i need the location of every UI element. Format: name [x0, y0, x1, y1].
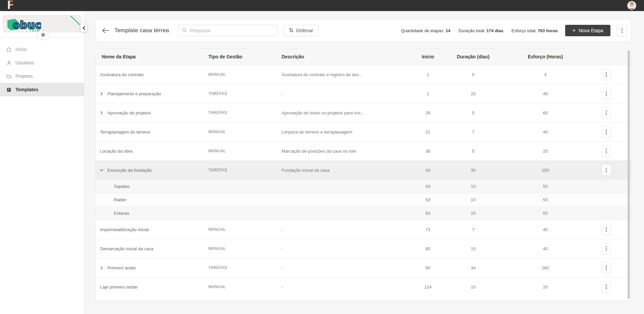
search-input[interactable]: [190, 28, 274, 33]
stage-type-cell: MANUAL: [208, 72, 282, 77]
stage-name-label: Terraplanagem do terreno: [100, 129, 150, 135]
table-row[interactable]: Terraplanagem do terrenoMANUALLimpeza do…: [96, 122, 631, 141]
table-row[interactable]: Demarcação inicial da casaMANUAL-801040: [96, 239, 631, 258]
row-kebab-menu-button[interactable]: [602, 262, 611, 273]
new-stage-button[interactable]: + Nova Etapa: [565, 25, 610, 36]
stage-duration-cell: 30: [445, 168, 502, 173]
stage-name-cell: Planejamento e preparação: [96, 91, 208, 96]
stage-name-label: Assinatura do contrato: [100, 72, 144, 77]
row-kebab-menu-button[interactable]: [602, 107, 611, 118]
row-kebab-menu-button[interactable]: [602, 145, 611, 157]
sort-button[interactable]: Ordenar: [284, 25, 318, 36]
substage-duration-cell: 10: [445, 184, 502, 189]
header-kebab-menu-button[interactable]: [617, 25, 627, 36]
stage-duration-cell: 25: [445, 91, 502, 96]
workspace-switch-button[interactable]: [38, 31, 48, 39]
column-header-start: Início: [411, 54, 445, 59]
table-row[interactable]: Execução da fundaçãoTAREFASFundação inic…: [96, 160, 631, 179]
kebab-dot: [606, 112, 607, 113]
stage-type-cell: MANUAL: [208, 246, 282, 251]
kebab-dot: [606, 231, 607, 232]
stage-description-cell: Marcação de posições da casa no lote: [282, 149, 411, 154]
table-row[interactable]: Planejamento e preparaçãoTAREFAS-12548: [96, 84, 631, 103]
stage-name-cell: Execução da fundação: [96, 168, 208, 173]
main-content: Template casa térrea Ordenar Quantidade …: [84, 11, 644, 314]
stage-start-cell: 1: [411, 91, 445, 96]
app-logo-icon: [7, 0, 15, 11]
expand-chevron-icon[interactable]: [100, 92, 103, 95]
search-box[interactable]: [178, 25, 278, 36]
expand-chevron-icon[interactable]: [100, 111, 103, 114]
stages-table: Nome da Etapa Tipo de Gestão Descrição I…: [95, 48, 631, 301]
table-row[interactable]: Laje primeiro andarMANUAL-1241020: [96, 277, 631, 296]
vertical-scrollbar[interactable]: [628, 50, 630, 299]
table-subrow[interactable]: Sapatas431050: [96, 179, 631, 193]
collapse-chevron-icon[interactable]: [100, 168, 103, 172]
row-kebab-menu-button[interactable]: [602, 281, 611, 293]
stage-duration-cell: 34: [445, 265, 502, 270]
stage-effort-cell: 25: [502, 149, 589, 154]
sort-button-label: Ordenar: [296, 28, 313, 33]
row-kebab-menu-button[interactable]: [602, 224, 611, 235]
stage-actions-cell: [589, 69, 631, 80]
row-kebab-menu-button[interactable]: [602, 69, 611, 80]
stage-duration-cell: 5: [445, 110, 502, 115]
user-icon: [6, 60, 11, 65]
sidebar-item-templates[interactable]: Templates: [0, 83, 84, 96]
swap-arrows-icon: [41, 32, 46, 38]
substage-name-cell: Radier: [96, 197, 208, 202]
stage-start-cell: 90: [411, 265, 445, 270]
stat-total-duration: Duração total: 174 dias: [458, 28, 503, 33]
stage-actions-cell: [589, 164, 631, 176]
stage-type-cell: TAREFAS: [208, 168, 282, 172]
kebab-dot: [606, 168, 607, 169]
stage-duration-cell: 5: [445, 72, 502, 77]
sidebar-collapse-button[interactable]: [81, 24, 87, 32]
row-kebab-menu-button[interactable]: [602, 126, 611, 138]
sidebar-item-inicio[interactable]: Início: [0, 43, 84, 56]
kebab-dot: [606, 72, 607, 73]
table-body: Assinatura do contratoMANUALAssinatura d…: [96, 65, 631, 296]
kebab-dot: [606, 114, 607, 115]
user-avatar[interactable]: [627, 1, 636, 10]
table-row[interactable]: Locação da obraMANUALMarcação de posiçõe…: [96, 141, 631, 160]
stage-name-label: Aprovação de projetos: [107, 110, 151, 115]
stage-actions-cell: [589, 281, 631, 293]
stage-name-cell: Aprovação de projetos: [96, 110, 208, 115]
new-stage-button-label: Nova Etapa: [579, 28, 603, 33]
row-kebab-menu-button[interactable]: [602, 243, 611, 254]
back-button[interactable]: [101, 26, 110, 35]
column-header-effort: Esforço (Horas): [502, 54, 589, 59]
expand-chevron-icon[interactable]: [100, 266, 103, 269]
table-row[interactable]: Primeiro andarTAREFAS-9034160: [96, 258, 631, 277]
sidebar-item-label: Usuários: [15, 60, 34, 65]
kebab-dot: [606, 149, 607, 150]
stage-type-cell: TAREFAS: [208, 265, 282, 270]
stage-effort-cell: 60: [502, 110, 589, 115]
sidebar-item-usuarios[interactable]: Usuários: [0, 56, 84, 69]
kebab-dot: [606, 133, 607, 134]
row-kebab-menu-button[interactable]: [602, 164, 611, 176]
stage-effort-cell: 150: [502, 168, 589, 173]
stage-description-cell: Fundação inicial da casa: [282, 168, 411, 173]
stat-stage-count: Quantidade de etapas: 14: [401, 28, 450, 33]
row-kebab-menu-button[interactable]: [602, 88, 611, 99]
kebab-dot: [606, 151, 607, 152]
kebab-dot: [606, 152, 607, 153]
sidebar-item-label: Projetos: [15, 73, 33, 79]
sidebar-item-projetos[interactable]: Projetos: [0, 69, 84, 83]
stat-total-effort: Esforço total: 763 horas: [511, 28, 558, 33]
stage-actions-cell: [589, 243, 631, 254]
table-row[interactable]: Aprovação de projetosTAREFASAprovação de…: [96, 103, 631, 122]
kebab-dot: [606, 170, 607, 171]
table-subrow[interactable]: Estacas631050: [96, 206, 631, 220]
table-row[interactable]: Assinatura do contratoMANUALAssinatura d…: [96, 65, 631, 84]
arrow-left-icon: [102, 28, 109, 33]
stage-name-cell: Terraplanagem do terreno: [96, 129, 208, 135]
table-subrow[interactable]: Radier531050: [96, 193, 631, 206]
table-row[interactable]: Impermeabilização inicialMANUAL-73740: [96, 220, 631, 239]
kebab-dot: [606, 132, 607, 133]
stage-description-cell: -: [282, 246, 411, 251]
chevron-left-icon: [83, 25, 85, 31]
stage-name-label: Impermeabilização inicial: [100, 227, 149, 232]
